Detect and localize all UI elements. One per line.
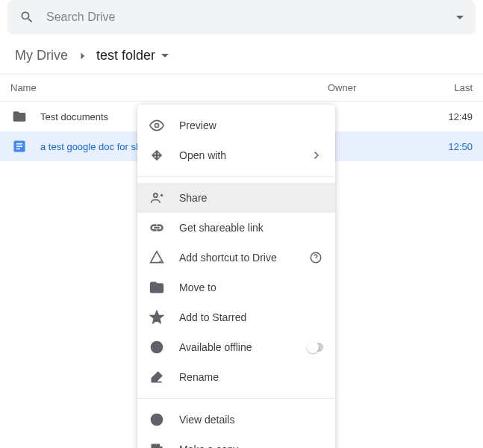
column-name[interactable]: Name: [10, 82, 328, 93]
file-owner: e: [328, 141, 448, 152]
open-with-icon: [149, 148, 164, 163]
info-icon: [149, 412, 164, 427]
menu-label: Add shortcut to Drive: [179, 252, 308, 264]
menu-add-shortcut[interactable]: Add shortcut to Drive: [137, 243, 335, 273]
menu-add-star[interactable]: Add to Starred: [137, 302, 335, 332]
doc-icon: [10, 137, 28, 155]
breadcrumb-root[interactable]: My Drive: [15, 48, 68, 63]
folder-dropdown-icon[interactable]: [161, 54, 169, 57]
menu-label: Move to: [179, 281, 323, 293]
breadcrumb-current[interactable]: test folder: [96, 48, 155, 63]
column-last[interactable]: Last: [454, 82, 473, 93]
breadcrumb: My Drive test folder: [0, 40, 483, 75]
file-list-header: Name Owner Last: [0, 75, 483, 102]
menu-label: View details: [179, 414, 323, 426]
menu-label: Get shareable link: [179, 222, 323, 234]
menu-make-copy[interactable]: Make a copy: [137, 435, 335, 448]
star-icon: [149, 310, 164, 325]
eye-icon: [149, 118, 164, 133]
menu-label: Preview: [179, 119, 323, 131]
column-owner[interactable]: Owner: [328, 82, 454, 93]
menu-label: Rename: [179, 371, 323, 383]
search-icon: [19, 10, 34, 25]
file-owner: e: [328, 111, 448, 122]
context-menu: Preview Open with Share Get shareable li…: [137, 105, 335, 448]
folder-icon: [10, 108, 28, 125]
menu-preview[interactable]: Preview: [137, 111, 335, 140]
menu-open-with[interactable]: Open with: [137, 140, 335, 170]
chevron-right-icon: [308, 148, 323, 163]
chevron-right-icon: [75, 49, 89, 63]
search-placeholder: Search Drive: [46, 10, 456, 24]
menu-view-details[interactable]: View details: [137, 405, 335, 435]
svg-point-4: [154, 193, 158, 197]
menu-label: Open with: [179, 149, 308, 161]
menu-label: Available offline: [179, 341, 308, 353]
menu-label: Add to Starred: [179, 311, 323, 323]
offline-icon: [149, 340, 164, 355]
menu-get-link[interactable]: Get shareable link: [137, 213, 335, 243]
move-folder-icon: [149, 280, 164, 295]
menu-divider: [137, 176, 335, 177]
svg-rect-2: [16, 149, 20, 150]
copy-icon: [149, 442, 164, 448]
file-last: 12:50: [448, 141, 473, 152]
help-icon[interactable]: [308, 250, 323, 265]
menu-share[interactable]: Share: [137, 183, 335, 213]
menu-move-to[interactable]: Move to: [137, 273, 335, 302]
svg-point-3: [155, 124, 159, 128]
drive-shortcut-icon: [149, 250, 164, 265]
search-bar[interactable]: Search Drive: [7, 0, 476, 34]
menu-available-offline[interactable]: Available offline: [137, 332, 335, 362]
file-last: 12:49: [448, 111, 473, 122]
menu-label: Share: [179, 192, 323, 204]
rename-icon: [149, 370, 164, 385]
menu-divider: [137, 398, 335, 399]
menu-label: Make a copy: [179, 444, 323, 448]
link-icon: [149, 220, 164, 235]
person-add-icon: [149, 190, 164, 205]
svg-rect-1: [16, 146, 22, 147]
offline-toggle[interactable]: [308, 340, 323, 355]
menu-rename[interactable]: Rename: [137, 362, 335, 392]
svg-rect-0: [16, 143, 22, 145]
search-dropdown-icon[interactable]: [456, 16, 464, 19]
